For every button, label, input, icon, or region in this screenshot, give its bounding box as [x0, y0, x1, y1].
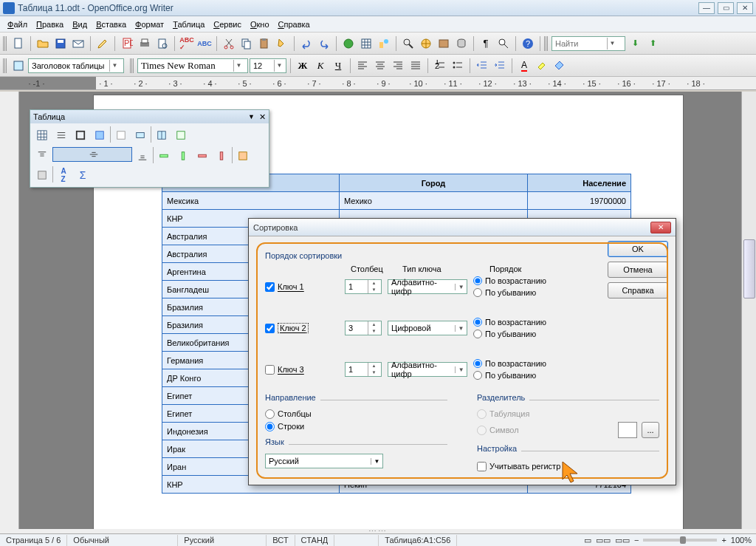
key3-desc-radio[interactable] [473, 371, 482, 380]
menu-Окно[interactable]: Окно [246, 18, 274, 30]
sort-btn[interactable]: AZ [55, 166, 72, 184]
font-size-combo[interactable]: 12 ▼ [250, 58, 286, 73]
ins-row-btn[interactable] [155, 147, 173, 165]
menu-Вид[interactable]: Вид [68, 18, 92, 30]
sep-browse-button[interactable]: ... [642, 422, 659, 438]
save-button[interactable] [52, 35, 69, 52]
vertical-scrollbar[interactable] [741, 92, 756, 529]
borders-btn[interactable] [91, 126, 109, 144]
inc-indent-button[interactable] [492, 58, 508, 74]
nonprint-chars-button[interactable]: ¶ [478, 35, 494, 52]
paste-button[interactable] [256, 35, 272, 52]
key1-desc-radio[interactable] [473, 288, 482, 297]
case-sensitive-checkbox[interactable] [477, 462, 487, 471]
del-row-btn[interactable] [193, 147, 211, 165]
styles-button[interactable] [10, 58, 27, 74]
key3-column-spin[interactable]: ▲▼ [345, 362, 382, 377]
open-button[interactable] [35, 35, 51, 52]
maximize-button[interactable]: ▭ [718, 2, 734, 14]
print-button[interactable] [137, 35, 153, 52]
menu-Файл[interactable]: Файл [3, 18, 32, 30]
toolbar-grip[interactable] [3, 58, 7, 73]
close-button[interactable]: ✕ [737, 2, 753, 14]
find-combo[interactable]: ▼ [551, 36, 625, 51]
table-btn[interactable] [33, 126, 51, 144]
props-btn[interactable] [33, 166, 51, 184]
highlight-button[interactable] [534, 58, 550, 74]
language-combo[interactable]: Русский▼ [265, 454, 383, 468]
table-float-toolbar[interactable]: Таблица ▼ ✕ AZ Σ [30, 109, 269, 188]
bg-btn[interactable] [112, 126, 130, 144]
find-next-button[interactable]: ⬇ [627, 35, 643, 52]
del-col-btn[interactable] [213, 147, 230, 165]
paragraph-style-combo[interactable]: Заголовок таблицы ▼ [28, 58, 124, 73]
help-button[interactable]: ? [520, 35, 536, 52]
copy-button[interactable] [238, 35, 255, 52]
key1-type-select[interactable]: Алфавитно-цифр▼ [388, 279, 467, 294]
dialog-titlebar[interactable]: Сортировка ✕ [249, 219, 676, 236]
menu-Правка[interactable]: Правка [32, 18, 68, 30]
sum-btn[interactable]: Σ [74, 166, 92, 184]
valign-top-btn[interactable] [33, 147, 51, 165]
key3-asc-radio[interactable] [473, 359, 482, 368]
key2-column-spin[interactable]: ▲▼ [345, 321, 382, 335]
spellcheck-button[interactable]: ABC✓ [179, 35, 195, 52]
view-multi-icon[interactable]: ▭▭ [596, 536, 611, 545]
valign-bot-btn[interactable] [134, 147, 151, 165]
status-selection[interactable]: Таблица6:A1:C56 [379, 535, 457, 546]
hyperlink-button[interactable] [340, 35, 357, 52]
vertical-ruler[interactable] [0, 92, 19, 529]
key2-checkbox[interactable] [265, 324, 275, 333]
email-button[interactable] [70, 35, 86, 52]
zoom-value[interactable]: 100% [731, 536, 752, 545]
view-book-icon[interactable]: ▭▭ [615, 536, 630, 545]
font-color-button[interactable]: A [516, 58, 532, 74]
toolbar-grip[interactable] [3, 36, 7, 51]
new-doc-button[interactable] [10, 35, 27, 52]
toolbar-grip[interactable] [544, 36, 548, 51]
font-combo[interactable]: Times New Roman ▼ [137, 58, 248, 73]
table-header[interactable]: Население [528, 174, 631, 192]
split-btn[interactable] [153, 126, 171, 144]
cut-button[interactable] [221, 35, 237, 52]
redo-button[interactable] [316, 35, 332, 52]
view-single-icon[interactable]: ▭ [584, 536, 591, 545]
zoom-out-icon[interactable]: − [634, 536, 639, 545]
sep-char-input[interactable] [618, 422, 637, 438]
dec-indent-button[interactable] [474, 58, 490, 74]
status-page[interactable]: Страница 5 / 6 [0, 535, 67, 546]
table-header[interactable]: Город [340, 174, 528, 192]
status-std[interactable]: СТАНД [295, 535, 335, 546]
menu-Справка[interactable]: Справка [274, 18, 315, 30]
horizontal-ruler[interactable]: · -1 ·· 1 ·· 2 ·· 3 ·· 4 ·· 5 ·· 6 ·· 7 … [0, 77, 756, 90]
table-row[interactable]: МексикаМехико19700000 [162, 192, 631, 210]
align-center-button[interactable] [372, 58, 388, 74]
float-close-icon[interactable]: ✕ [259, 112, 266, 122]
status-insert[interactable]: ВСТ [267, 535, 295, 546]
undo-button[interactable] [298, 35, 315, 52]
zoom-slider[interactable] [643, 539, 717, 542]
bold-button[interactable]: Ж [295, 58, 311, 74]
table-insert-button[interactable] [358, 35, 374, 52]
italic-button[interactable]: К [312, 58, 329, 74]
find-button[interactable] [400, 35, 416, 52]
zoom-in-icon[interactable]: + [721, 536, 726, 545]
edit-button[interactable] [94, 35, 111, 52]
number-list-button[interactable]: 12 [432, 58, 448, 74]
menu-Формат[interactable]: Формат [131, 18, 168, 30]
find-input[interactable] [555, 39, 607, 48]
float-toolbar-title[interactable]: Таблица ▼ ✕ [30, 110, 269, 123]
autoformat-btn[interactable] [234, 147, 252, 165]
key1-asc-radio[interactable] [473, 276, 482, 285]
datasource-button[interactable] [453, 35, 470, 52]
menu-Сервис[interactable]: Сервис [209, 18, 246, 30]
bullet-list-button[interactable] [450, 58, 466, 74]
dialog-close-button[interactable]: ✕ [650, 222, 671, 233]
ins-col-btn[interactable] [174, 147, 192, 165]
menu-Вставка[interactable]: Вставка [92, 18, 131, 30]
key2-desc-radio[interactable] [473, 330, 482, 338]
key1-checkbox[interactable] [265, 282, 275, 292]
optimize-btn[interactable] [172, 126, 190, 144]
bg-color-button[interactable] [551, 58, 568, 74]
status-style[interactable]: Обычный [67, 535, 178, 546]
